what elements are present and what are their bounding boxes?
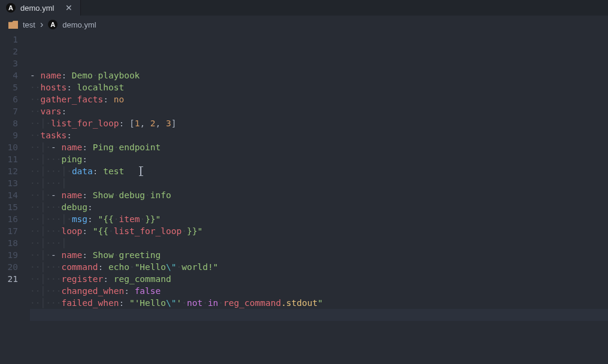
line-number: 13	[0, 177, 18, 189]
line-number: 17	[0, 225, 18, 237]
folder-icon	[8, 20, 18, 29]
code-line[interactable]: ··│·- name: Show·debug·info	[30, 189, 608, 201]
line-number: 3	[0, 57, 18, 69]
code-line[interactable]: ··│···│·msg: "{{·item·}}"	[30, 213, 608, 225]
breadcrumb: test › A demo.yml	[0, 16, 608, 34]
line-number: 16	[0, 213, 18, 225]
close-icon[interactable]: ✕	[63, 2, 74, 13]
line-number: 9	[0, 129, 18, 141]
line-number: 6	[0, 93, 18, 105]
line-number: 1	[0, 34, 18, 46]
tab-filename: demo.yml	[20, 4, 54, 13]
line-number: 14	[0, 189, 18, 201]
code-line[interactable]: ··│···changed_when: false	[30, 285, 608, 297]
code-line[interactable]: ··tasks:	[30, 129, 608, 141]
line-number: 7	[0, 105, 18, 117]
line-number: 18	[0, 237, 18, 249]
line-number-gutter: 123456789101112131415161718192021	[0, 34, 30, 321]
line-number: 4	[0, 69, 18, 81]
line-number: 15	[0, 201, 18, 213]
code-line[interactable]: ··│···loop: "{{·list_for_loop·}}"	[30, 225, 608, 237]
code-line[interactable]: ··vars:	[30, 105, 608, 117]
line-number: 19	[0, 249, 18, 261]
line-number: 10	[0, 141, 18, 153]
line-number: 2	[0, 46, 18, 57]
chevron-right-icon: ›	[40, 19, 43, 30]
breadcrumb-file[interactable]: demo.yml	[62, 20, 96, 29]
code-editor[interactable]: 123456789101112131415161718192021 - name…	[0, 34, 608, 321]
code-line[interactable]: ··│···register: reg_command	[30, 273, 608, 285]
code-line[interactable]	[30, 309, 608, 321]
line-number: 12	[0, 165, 18, 177]
code-line[interactable]: ··│·list_for_loop: [1, 2, 3]	[30, 117, 608, 129]
text-cursor	[140, 166, 141, 176]
line-number: 21	[0, 273, 18, 285]
code-line[interactable]: ··│···failed_when: "'Hello\"'·not·in·reg…	[30, 297, 608, 309]
tab-bar: A demo.yml ✕	[0, 0, 608, 16]
code-line[interactable]: ··│···│·data: test	[30, 165, 608, 177]
code-line[interactable]: ··│···command: echo·"Hello\"·world!"	[30, 261, 608, 273]
code-line[interactable]: ··│·- name: Show·greeting	[30, 249, 608, 261]
line-number: 8	[0, 117, 18, 129]
code-line[interactable]: ··│·- name: Ping·endpoint	[30, 141, 608, 153]
code-line[interactable]: ··│···ping:	[30, 153, 608, 165]
code-line[interactable]: ··│···debug:	[30, 201, 608, 213]
tab-demo-yml[interactable]: A demo.yml ✕	[0, 0, 81, 16]
ansible-icon: A	[48, 20, 58, 29]
breadcrumb-folder[interactable]: test	[23, 20, 35, 29]
code-area[interactable]: - name: Demo·playbook··hosts: localhost·…	[30, 34, 608, 321]
code-line[interactable]: - name: Demo·playbook	[30, 69, 608, 81]
code-line[interactable]: ··│···│	[30, 177, 608, 189]
code-line[interactable]: ··│···│	[30, 237, 608, 249]
line-number: 20	[0, 261, 18, 273]
code-line[interactable]: ··hosts: localhost	[30, 81, 608, 93]
code-line[interactable]: ··gather_facts: no	[30, 93, 608, 105]
line-number: 11	[0, 153, 18, 165]
ansible-icon: A	[6, 3, 16, 13]
line-number: 5	[0, 81, 18, 93]
